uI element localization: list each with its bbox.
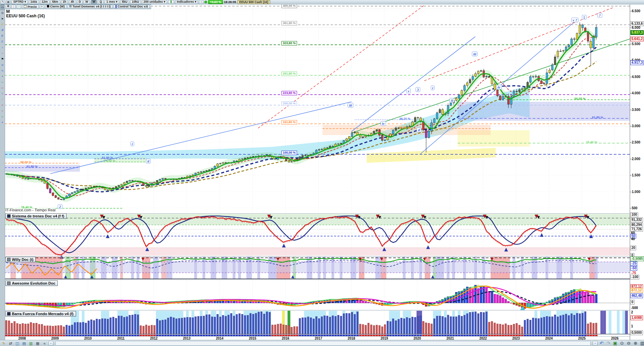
channel-tool[interactable]: ∿ xyxy=(0,68,4,74)
scroll-right-button[interactable]: › xyxy=(593,341,597,346)
price-axis[interactable]: 6.5006.0005.5005.0004.5004.0003.5003.000… xyxy=(630,0,644,340)
timeframe-w[interactable]: W xyxy=(84,0,90,4)
fib-level-label[interactable]: 100,00 % xyxy=(281,151,297,155)
highlighter-tool[interactable]: ✐ xyxy=(0,22,4,27)
period-selector[interactable]: 1 mes ▾ xyxy=(105,0,119,4)
units-10ku[interactable]: 10kU xyxy=(130,0,141,4)
timeframe-d[interactable]: D xyxy=(77,0,83,4)
wave-count-label[interactable]: v ? xyxy=(571,18,578,22)
collapse-icon[interactable]: « xyxy=(42,341,47,346)
wave-count-label[interactable]: 4 xyxy=(417,128,421,132)
timeframe-12m[interactable]: 12m xyxy=(40,0,50,4)
share-icon[interactable]: ⇄ xyxy=(8,341,13,346)
layout-icon[interactable]: ▦ xyxy=(6,0,11,4)
fib-level-label[interactable]: 323,60 % xyxy=(281,41,297,45)
flag-tool[interactable]: ⚑ xyxy=(0,56,4,62)
wave-count-label[interactable]: 5 xyxy=(582,15,587,20)
fib-fan-tool[interactable]: F xyxy=(0,39,4,45)
wave-count-label[interactable]: i xyxy=(130,141,134,146)
copy-icon[interactable]: ◫ xyxy=(15,341,20,346)
wave-count-label[interactable]: ? xyxy=(597,13,602,18)
report-icon[interactable]: ▤ xyxy=(21,341,27,346)
wave-count-label[interactable]: 3 xyxy=(416,87,420,92)
zoom-in-icon[interactable]: ⊕ xyxy=(633,341,638,346)
fib-level-label[interactable]: 76,40 % xyxy=(586,140,597,144)
crosshair-tool[interactable]: + xyxy=(0,120,4,126)
chart-type-icon[interactable]: ⫼ xyxy=(168,0,174,4)
price-toggle[interactable]: Precio xyxy=(22,5,39,9)
wave-count-label[interactable]: iii xyxy=(472,52,478,56)
multiline-tool[interactable]: ⟋ xyxy=(0,97,4,102)
fib-level-label[interactable]: 361,80 % xyxy=(281,21,297,25)
price-alert-up-icon[interactable]: ↑ xyxy=(17,5,21,9)
ellipse-red-tool[interactable]: ○ xyxy=(0,102,4,108)
wave-count-label[interactable]: 2 xyxy=(58,204,62,209)
fib-level-label[interactable]: 50,00 % xyxy=(20,160,32,164)
scroll-left-button[interactable]: ‹ xyxy=(49,341,53,346)
timeframe-1h[interactable]: 1h xyxy=(61,0,68,4)
wave-count-label[interactable]: ii xyxy=(449,98,454,103)
magnifier-tool[interactable]: ⊙ xyxy=(0,10,4,16)
fib-level-label[interactable]: 50,00 % xyxy=(399,126,410,130)
horizontal-scrollbar[interactable] xyxy=(55,341,591,346)
price-alert-down-icon[interactable]: ↓ xyxy=(11,5,16,9)
fib-level-label[interactable]: 76,40 % xyxy=(21,206,32,209)
wave-count-label[interactable]: iii xyxy=(348,103,353,108)
overlay-toggle-2[interactable]: |||Control Total Doc v.6 xyxy=(113,5,150,9)
timeframe-q[interactable]: Q xyxy=(98,0,104,4)
pattern-tool[interactable]: ʊ xyxy=(0,62,4,68)
wave-count-label[interactable]: iv xyxy=(381,121,386,126)
panel-awesome[interactable] xyxy=(5,285,630,310)
zoom-out-icon[interactable]: ⊖ xyxy=(626,341,631,346)
panel-header-willy[interactable]: Willy Doc (t) xyxy=(5,257,36,262)
export-icon[interactable]: ▣ xyxy=(612,341,618,346)
ellipse-brown-tool[interactable]: ○ xyxy=(0,108,4,114)
fib-level-label[interactable]: 223,60 % xyxy=(281,91,297,95)
select-tool[interactable]: ▭ xyxy=(0,4,4,10)
units-5ku[interactable]: 5kU xyxy=(120,0,129,4)
dot-tool[interactable]: • xyxy=(0,74,4,79)
blocks-icon[interactable]: ▥ xyxy=(28,341,34,346)
undo-icon[interactable]: ↶ xyxy=(599,341,604,346)
panel-header-barra-fuerza[interactable]: Barra Fuerza Fondo Mercado v4 (f) xyxy=(5,311,76,316)
timeframe-56m[interactable]: 56m xyxy=(51,0,60,4)
wave-count-label[interactable]: v xyxy=(406,89,411,93)
cursor-tool[interactable]: ➤ xyxy=(0,16,4,22)
timeframe-144s[interactable]: 144s xyxy=(29,0,39,4)
ma-olive-dashed[interactable] xyxy=(6,61,596,190)
fib-level-label[interactable]: 61,80 % xyxy=(592,116,603,119)
rect-zone-red-tool[interactable]: ▫ xyxy=(0,51,4,56)
edit-pencil-icon[interactable]: ✎ xyxy=(1,0,5,4)
hline-red-tool[interactable]: ─ xyxy=(0,85,4,91)
ellipse-green-tool[interactable]: ○ xyxy=(0,114,4,120)
panel-header-awesome[interactable]: Awesome Evolution Doc xyxy=(5,281,58,286)
workspace-icon[interactable]: ▦ xyxy=(35,341,40,346)
columns-icon[interactable]: ▥ xyxy=(640,341,644,346)
fib-level-label[interactable]: 76,40 % xyxy=(104,159,115,163)
fib-level-label[interactable]: 161,80 % xyxy=(281,120,297,124)
rect-zone-blue-tool[interactable]: ▫ xyxy=(0,45,4,51)
alarm-bell-icon[interactable] xyxy=(6,5,10,9)
symbol-chip[interactable]: EEUU 500 Cash (1€) xyxy=(237,0,271,4)
wave-count-label[interactable]: ii xyxy=(146,159,151,164)
annotate-pencil-icon[interactable]: ✎ xyxy=(1,341,6,346)
hline-green-tool[interactable]: ─ xyxy=(0,79,4,85)
timeframe-4h[interactable]: 4h xyxy=(69,0,76,4)
wave-count-label[interactable]: i xyxy=(431,85,435,90)
wave-count-label[interactable]: iv xyxy=(496,85,502,90)
fib-level-label[interactable]: 38,20 % xyxy=(399,117,410,121)
panel-barra-fuerza[interactable] xyxy=(5,311,630,337)
zoom-fit-icon[interactable]: ⊙ xyxy=(619,341,625,346)
indicators-button[interactable]: Indicadores ▾ xyxy=(175,0,198,4)
main-chart-svg[interactable] xyxy=(5,0,630,340)
fib-projection-tool[interactable]: F xyxy=(0,33,4,39)
panel-sistema-trenes[interactable] xyxy=(5,214,630,259)
fib-level-label[interactable]: 261,80 % xyxy=(281,72,297,76)
overlay-toggle-0[interactable]: Cierre (W) xyxy=(45,5,67,9)
list-icon[interactable]: ≡ xyxy=(40,5,44,9)
info-icon[interactable]: i xyxy=(199,0,203,4)
fib-retracement-tool[interactable]: -F xyxy=(0,27,4,33)
timeframe-m[interactable]: M xyxy=(91,0,97,4)
panel-header-sistema-trenes[interactable]: Sistema de trenes Doc v4 (f f) xyxy=(5,213,67,219)
fib-level-label[interactable]: 61,80 % xyxy=(26,165,38,169)
